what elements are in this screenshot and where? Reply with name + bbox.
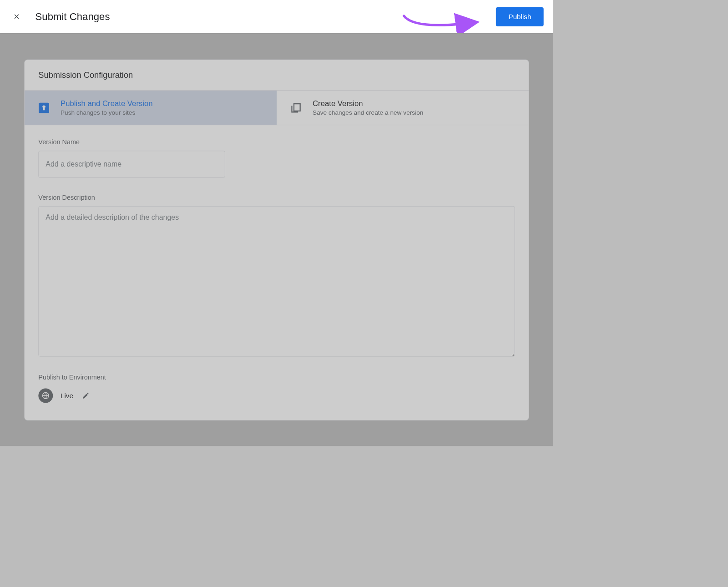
card-title: Submission Configuration: [25, 60, 529, 91]
environment-row: Live: [38, 388, 515, 403]
tab-publish-and-create[interactable]: Publish and Create Version Push changes …: [25, 91, 277, 125]
form-section: Version Name Version Description Publish…: [25, 125, 529, 420]
tab-publish-subtitle: Push changes to your sites: [61, 109, 153, 116]
tab-create-title: Create Version: [313, 99, 423, 108]
edit-environment-button[interactable]: [81, 391, 91, 400]
copy-icon: [289, 101, 303, 115]
version-name-label: Version Name: [38, 138, 515, 146]
annotation-arrow: [401, 12, 484, 33]
publish-environment-label: Publish to Environment: [38, 374, 515, 382]
tab-create-version[interactable]: Create Version Save changes and create a…: [277, 91, 529, 125]
upload-icon: [37, 101, 51, 115]
tab-create-subtitle: Save changes and create a new version: [313, 109, 423, 116]
environment-value: Live: [61, 392, 73, 400]
close-icon: [13, 13, 20, 20]
tab-publish-title: Publish and Create Version: [61, 99, 153, 108]
dialog-header: Submit Changes Publish: [0, 0, 553, 33]
pencil-icon: [82, 392, 90, 400]
version-name-input[interactable]: [38, 151, 225, 177]
close-button[interactable]: [10, 10, 23, 23]
globe-icon: [38, 388, 53, 403]
version-description-input[interactable]: [38, 206, 515, 357]
publish-button[interactable]: Publish: [496, 7, 544, 26]
submission-tabs: Publish and Create Version Push changes …: [25, 91, 529, 125]
version-description-label: Version Description: [38, 194, 515, 202]
submission-card: Submission Configuration Publish and Cre…: [24, 60, 529, 420]
dialog-title: Submit Changes: [35, 11, 110, 22]
dialog-content: Submission Configuration Publish and Cre…: [0, 33, 553, 431]
